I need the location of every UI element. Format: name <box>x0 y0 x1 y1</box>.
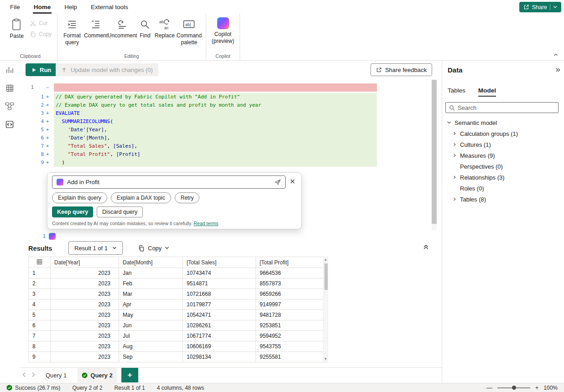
scroll-down-button[interactable]: ▼ <box>324 357 328 361</box>
send-button[interactable] <box>274 179 281 186</box>
total-profit-cell[interactable]: 9149997 <box>256 299 324 310</box>
total-profit-cell[interactable]: 9543755 <box>256 341 324 352</box>
tab-query-1[interactable]: Query 1 <box>40 368 72 382</box>
menu-external-tools[interactable]: External tools <box>91 4 128 10</box>
collapse-results-button[interactable] <box>423 244 429 250</box>
tab-query-2[interactable]: Query 2 <box>78 368 117 382</box>
tab-model[interactable]: Model <box>478 87 496 97</box>
code-line[interactable]: 3+EVALUATE <box>19 109 442 118</box>
total-profit-cell[interactable]: 9659266 <box>256 289 324 299</box>
year-cell[interactable]: 2023 <box>51 320 119 331</box>
share-button[interactable]: Share <box>519 2 561 12</box>
replace-button[interactable]: abac Replace <box>154 17 175 39</box>
chevron-right-icon[interactable] <box>452 175 457 180</box>
find-button[interactable]: Find <box>137 17 153 39</box>
scrollbar-thumb[interactable] <box>432 80 437 224</box>
command-palette-button[interactable]: ab| Command palette <box>176 17 202 46</box>
total-sales-cell[interactable]: 10743474 <box>183 268 256 279</box>
tree-item-tables[interactable]: Tables (8) <box>442 194 564 205</box>
copy-results-button[interactable]: Copy <box>138 241 169 255</box>
tree-item-semantic-model[interactable]: Semantic model <box>442 117 564 128</box>
row-number-cell[interactable]: 7 <box>29 331 51 341</box>
copilot-icon[interactable] <box>49 233 56 240</box>
tab-tables[interactable]: Tables <box>448 87 465 97</box>
chip-explain-a-dax-topic[interactable]: Explain a DAX topic <box>111 192 171 203</box>
month-cell[interactable]: Mar <box>119 289 183 299</box>
month-cell[interactable]: Feb <box>119 279 183 289</box>
dax-query-view-button[interactable] <box>0 115 19 134</box>
row-number-cell[interactable]: 5 <box>29 310 51 320</box>
result-selector-button[interactable]: Result 1 of 1 <box>68 241 123 255</box>
code-line[interactable]: 1+// DAX query generated by Fabric Copil… <box>19 93 442 101</box>
copilot-button[interactable]: Copilot (preview) <box>210 17 236 45</box>
total-sales-cell[interactable]: 10286261 <box>183 320 256 331</box>
row-number-cell[interactable]: 2 <box>29 279 51 289</box>
report-view-button[interactable] <box>0 61 19 79</box>
total-profit-cell[interactable]: 9481728 <box>256 310 324 320</box>
uncomment-button[interactable]: Uncomment <box>109 17 136 39</box>
chevron-right-icon[interactable] <box>452 131 457 136</box>
run-button[interactable]: Run <box>26 63 57 76</box>
month-cell[interactable]: May <box>119 310 183 320</box>
total-profit-cell[interactable]: 9594952 <box>256 331 324 341</box>
row-number-cell[interactable]: 1 <box>29 268 51 279</box>
month-cell[interactable]: Jul <box>119 331 183 341</box>
year-cell[interactable]: 2023 <box>51 268 119 279</box>
row-number-cell[interactable]: 3 <box>29 289 51 299</box>
keep-query-button[interactable]: Keep query <box>52 206 93 217</box>
year-cell[interactable]: 2023 <box>51 331 119 341</box>
copilot-prompt-box[interactable] <box>52 175 286 189</box>
tree-item-cultures[interactable]: Cultures (1) <box>442 139 564 150</box>
model-view-button[interactable] <box>0 97 19 115</box>
tree-item-relationships[interactable]: Relationships (3) <box>442 172 564 183</box>
menu-help[interactable]: Help <box>64 4 77 10</box>
chevron-down-icon[interactable] <box>446 120 452 125</box>
zoom-out-button[interactable]: — <box>486 384 492 391</box>
total-profit-cell[interactable]: 9253851 <box>256 320 324 331</box>
month-cell[interactable]: Apr <box>119 299 183 310</box>
row-number-cell[interactable]: 8 <box>29 341 51 352</box>
chevron-right-icon[interactable] <box>452 197 457 201</box>
zoom-slider-thumb[interactable] <box>512 386 516 390</box>
year-cell[interactable]: 2023 <box>51 279 119 289</box>
total-sales-cell[interactable]: 10179877 <box>183 299 256 310</box>
year-cell[interactable]: 2023 <box>51 341 119 352</box>
year-cell[interactable]: 2023 <box>51 289 119 299</box>
tree-item-measures[interactable]: Measures (9) <box>442 150 564 161</box>
editor-scrollbar[interactable] <box>432 80 437 230</box>
total-profit-cell[interactable]: 9255581 <box>256 352 324 362</box>
search-input[interactable] <box>458 104 555 111</box>
tree-item-roles[interactable]: Roles (0) <box>442 183 564 194</box>
chip-retry[interactable]: Retry <box>175 192 200 203</box>
total-sales-cell[interactable]: 10721668 <box>183 289 256 299</box>
year-cell[interactable]: 2023 <box>51 310 119 320</box>
month-cell[interactable]: Sep <box>119 352 183 362</box>
total-sales-cell[interactable]: 10542471 <box>183 310 256 320</box>
month-cell[interactable]: Jan <box>119 268 183 279</box>
row-number-cell[interactable]: 6 <box>29 320 51 331</box>
chevron-right-icon[interactable] <box>452 153 457 158</box>
code-line[interactable]: 9+ ) <box>19 159 442 167</box>
format-query-button[interactable]: Format query <box>61 17 83 46</box>
removed-line[interactable]: 1 — <box>19 83 442 92</box>
table-scrollbar[interactable]: ▲ ▼ <box>323 257 328 362</box>
code-line[interactable]: 2+// Example DAX query to get total sale… <box>19 101 442 109</box>
total-profit-cell[interactable]: 9664536 <box>256 268 324 279</box>
total-profit-cell[interactable]: 8557873 <box>256 279 324 289</box>
year-cell[interactable]: 2023 <box>51 299 119 310</box>
code-line[interactable]: 5+ 'Date'[Year], <box>19 126 442 134</box>
read-terms-link[interactable]: Read terms <box>193 221 218 226</box>
discard-query-button[interactable]: Discard query <box>97 206 143 217</box>
code-line[interactable]: 8+ "Total Profit", [Profit] <box>19 150 442 159</box>
total-sales-cell[interactable]: 10606169 <box>183 341 256 352</box>
column-header[interactable]: [Total Profit] <box>256 257 324 268</box>
menu-home[interactable]: Home <box>34 4 51 10</box>
tree-item-calculation-groups[interactable]: Calculation groups (1) <box>442 128 564 139</box>
collapse-data-pane-button[interactable] <box>555 67 560 72</box>
paste-button[interactable]: Paste <box>7 17 26 39</box>
column-header[interactable]: [Total Sales] <box>183 257 256 268</box>
close-button[interactable] <box>290 179 295 184</box>
chip-explain-this-query[interactable]: Explain this query <box>52 192 107 203</box>
scrollbar-thumb[interactable] <box>324 263 328 290</box>
month-cell[interactable]: Jun <box>119 320 183 331</box>
